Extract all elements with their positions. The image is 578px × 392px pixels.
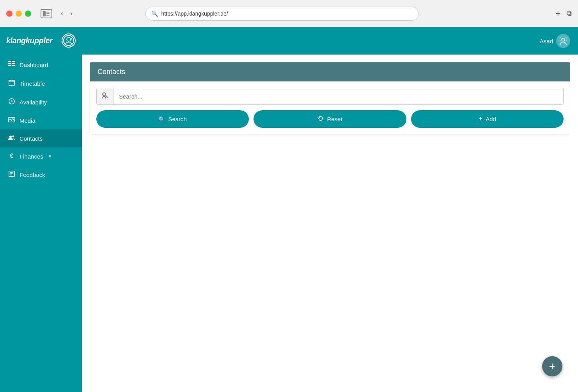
dashboard-icon [8,61,16,69]
sidebar-item-dashboard-label: Dashboard [20,62,48,68]
finances-icon: € [8,153,16,160]
action-buttons: 🔍 Search Reset + [96,110,564,128]
traffic-lights [6,11,31,17]
search-row [96,88,564,105]
reset-button-icon [317,115,324,123]
search-prefix-icon [97,88,113,104]
sidebar-item-feedback[interactable]: Feedback [0,165,82,184]
sidebar-item-timetable-label: Timetable [20,80,45,87]
browser-actions: + ⧉ [555,9,572,19]
reset-button[interactable]: Reset [254,110,406,128]
add-button[interactable]: + Add [411,110,564,128]
browser-chrome: ‹ › 🔍 https://app.klangkuppler.de/ + ⧉ [0,0,578,27]
feedback-icon [8,171,16,178]
topbar-user: Asad [540,34,570,48]
sidebar-item-media[interactable]: Media [0,111,82,129]
add-button-label: Add [486,116,496,122]
svg-rect-11 [12,65,15,66]
sidebar-item-feedback-label: Feedback [20,171,45,178]
svg-rect-2 [46,13,50,14]
contacts-header: Contacts [90,62,570,81]
duplicate-tab-button[interactable]: ⧉ [567,9,572,18]
logo-icon [62,34,76,48]
sidebar-item-media-label: Media [20,117,35,124]
timetable-icon [8,79,16,87]
svg-rect-12 [9,80,14,85]
app-container: klangkuppler Dashboard [0,27,578,392]
nav-buttons: ‹ › [59,8,75,19]
sidebar-item-dashboard[interactable]: Dashboard [0,55,82,74]
svg-point-5 [67,37,71,41]
sidebar-item-contacts[interactable]: Contacts [0,129,82,147]
search-input[interactable] [113,89,563,104]
search-button-label: Search [168,116,187,122]
svg-point-19 [12,136,14,138]
contacts-body: 🔍 Search Reset + [90,81,570,134]
sidebar: klangkuppler Dashboard [0,27,82,392]
media-icon [8,117,16,124]
contacts-title: Contacts [98,68,125,76]
page-content: Contacts 🔍 [82,55,578,392]
sidebar-item-timetable[interactable]: Timetable [0,74,82,93]
svg-rect-10 [12,63,15,64]
svg-rect-1 [46,12,50,12]
topbar-avatar[interactable] [556,34,570,48]
svg-line-26 [106,96,108,98]
sidebar-item-availability[interactable]: Availability [0,93,82,111]
new-tab-button[interactable]: + [555,9,560,19]
svg-rect-3 [46,15,50,16]
main-content: Asad Contacts [82,27,578,392]
url-text: https://app.klangkuppler.de/ [161,11,228,17]
svg-point-25 [103,93,106,96]
search-button-icon: 🔍 [158,116,165,122]
sidebar-item-finances[interactable]: € Finances ▾ [0,147,82,165]
minimize-light[interactable] [16,11,22,17]
back-button[interactable]: ‹ [59,8,66,19]
sidebar-item-availability-label: Availability [20,99,47,106]
sidebar-toggle-button[interactable] [41,9,52,18]
sidebar-header: klangkuppler [0,27,82,52]
fab-icon: + [549,360,555,373]
add-button-icon: + [479,115,483,123]
contacts-icon [8,135,16,142]
sidebar-item-finances-label: Finances [20,153,43,160]
fullscreen-light[interactable] [25,11,31,17]
reset-button-label: Reset [327,116,342,122]
address-search-icon: 🔍 [151,11,158,17]
fab-button[interactable]: + [542,356,562,376]
sidebar-nav: Dashboard Timetable [0,52,82,184]
address-bar[interactable]: 🔍 https://app.klangkuppler.de/ [145,7,418,21]
forward-button[interactable]: › [68,8,75,19]
svg-rect-6 [8,61,11,62]
availability-icon [8,98,16,106]
topbar: Asad [82,27,578,55]
svg-rect-8 [8,65,11,66]
search-button[interactable]: 🔍 Search [96,110,249,128]
logo-text: klangkuppler [6,36,52,45]
sidebar-item-contacts-label: Contacts [20,135,43,142]
topbar-username: Asad [540,38,553,44]
finances-dropdown-arrow: ▾ [49,154,51,159]
svg-rect-9 [12,61,15,62]
svg-rect-0 [43,11,46,16]
close-light[interactable] [6,11,12,17]
svg-rect-7 [8,63,11,64]
svg-point-24 [562,38,565,41]
